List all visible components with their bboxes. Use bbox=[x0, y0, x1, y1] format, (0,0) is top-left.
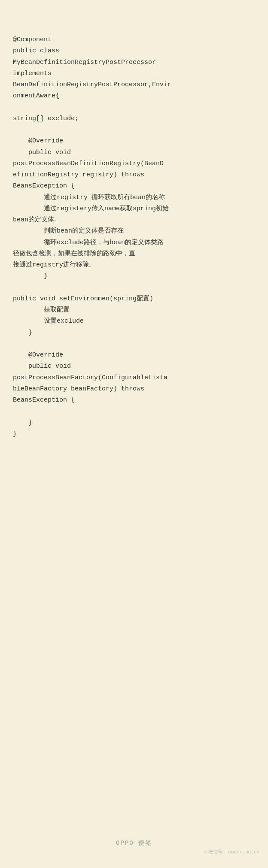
code-block: @Component public class MyBeanDefinition… bbox=[13, 34, 255, 440]
footer-main-label: OPPO 便签 bbox=[0, 839, 268, 847]
footer-sub-label: 微信号: coder-notes bbox=[208, 849, 259, 855]
wechat-icon: ☺ bbox=[204, 850, 207, 854]
footer: OPPO 便签 ☺ 微信号: coder-notes bbox=[0, 839, 268, 855]
footer-sub: ☺ 微信号: coder-notes bbox=[0, 849, 268, 855]
code-container: @Component public class MyBeanDefinition… bbox=[0, 0, 268, 483]
